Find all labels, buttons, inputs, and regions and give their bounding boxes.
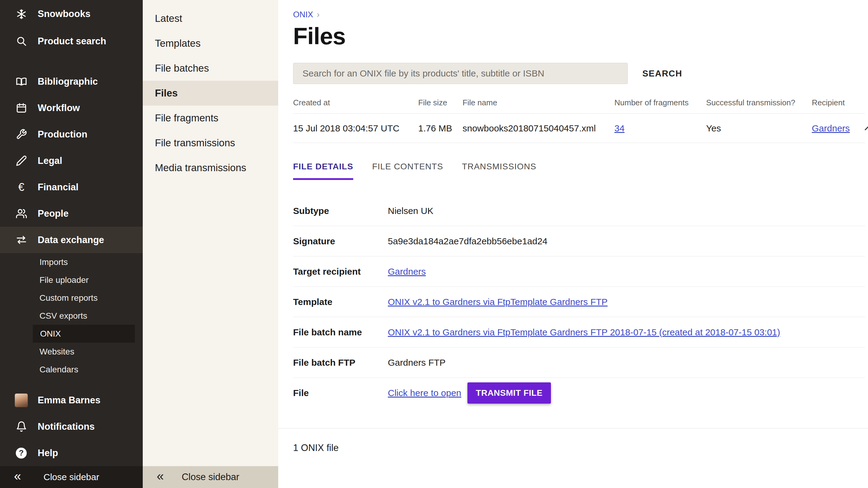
- sidebar-item-notifications[interactable]: Notifications: [0, 413, 143, 440]
- subnav-item-templates[interactable]: Templates: [143, 31, 278, 56]
- sidebar-item-label: Workflow: [38, 103, 80, 113]
- book-icon: [14, 76, 28, 87]
- help-icon: ?: [14, 448, 28, 459]
- sidebar-item-label: Notifications: [38, 421, 95, 432]
- sidebar-item-workflow[interactable]: Workflow: [0, 95, 143, 121]
- sidebar-item-legal[interactable]: Legal: [0, 148, 143, 174]
- tab-file-details[interactable]: FILE DETAILS: [293, 162, 353, 180]
- template-link[interactable]: ONIX v2.1 to Gardners via FtpTemplate Ga…: [388, 297, 608, 307]
- detail-label: Subtype: [293, 206, 388, 216]
- search-bar: SEARCH: [293, 63, 865, 84]
- close-secondary-sidebar-button[interactable]: « Close sidebar: [143, 466, 278, 488]
- chevron-double-left-icon: «: [14, 470, 21, 483]
- detail-label: Template: [293, 297, 388, 307]
- detail-row-file-batch-ftp: File batch FTP Gardners FTP: [293, 348, 865, 378]
- detail-row-target-recipient: Target recipient Gardners: [293, 256, 865, 287]
- collapse-row-button[interactable]: [860, 121, 868, 136]
- detail-label: Signature: [293, 236, 388, 247]
- subnav-item-file-fragments[interactable]: File fragments: [143, 106, 278, 130]
- wrench-icon: [14, 129, 28, 140]
- fragments-count-link[interactable]: 34: [614, 123, 624, 133]
- chevron-double-left-icon: «: [157, 470, 164, 483]
- sidebar-subitem-websites[interactable]: Websites: [0, 343, 143, 361]
- detail-row-signature: Signature 5a9e3da184a2ae7dfa2ebb56ebe1ad…: [293, 226, 865, 256]
- sidebar-subitem-file-uploader[interactable]: File uploader: [0, 271, 143, 289]
- tab-file-contents[interactable]: FILE CONTENTS: [372, 162, 443, 180]
- column-header-number-of-fragments: Number of fragments: [614, 98, 706, 107]
- open-file-link[interactable]: Click here to open: [388, 388, 461, 398]
- sidebar-item-data-exchange[interactable]: Data exchange: [0, 227, 143, 253]
- pen-icon: [14, 155, 28, 166]
- cell-created-at: 15 Jul 2018 03:04:57 UTC: [293, 123, 418, 133]
- subnav-item-file-transmissions[interactable]: File transmissions: [143, 130, 278, 155]
- sidebar-item-label: Legal: [38, 155, 62, 166]
- column-header-recipient: Recipient: [812, 98, 857, 107]
- detail-row-file: File Click here to open TRANSMIT FILE: [293, 378, 865, 408]
- column-header-created-at: Created at: [293, 98, 418, 107]
- sidebar-item-production[interactable]: Production: [0, 121, 143, 148]
- brand-home[interactable]: Snowbooks: [0, 0, 143, 28]
- column-header-file-name: File name: [463, 98, 614, 107]
- detail-value: 5a9e3da184a2ae7dfa2ebb56ebe1ad24: [388, 236, 865, 247]
- chevron-up-icon: [863, 123, 868, 134]
- subnav-item-file-batches[interactable]: File batches: [143, 56, 278, 81]
- cell-file-name: snowbooks20180715040457.xml: [463, 123, 614, 133]
- detail-label: File: [293, 388, 388, 398]
- main-content: ONIX › Files SEARCH Created at File size…: [278, 0, 868, 488]
- search-icon: [14, 35, 28, 47]
- detail-value: Gardners FTP: [388, 358, 865, 368]
- table-header-row: Created at File size File name Number of…: [293, 98, 865, 114]
- bell-icon: [14, 421, 28, 432]
- user-menu[interactable]: Emma Barnes: [0, 387, 143, 413]
- detail-tabs: FILE DETAILS FILE CONTENTS TRANSMISSIONS: [293, 162, 865, 180]
- close-primary-sidebar-button[interactable]: « Close sidebar: [0, 466, 143, 488]
- avatar: [14, 393, 28, 407]
- onix-subnav: Latest Templates File batches Files File…: [143, 6, 278, 180]
- user-name: Emma Barnes: [38, 395, 100, 406]
- column-header-successful-transmission: Successful transmission?: [706, 98, 812, 107]
- close-sidebar-label: Close sidebar: [182, 471, 239, 483]
- target-recipient-link[interactable]: Gardners: [388, 266, 426, 277]
- sidebar-item-bibliographic[interactable]: Bibliographic: [0, 68, 143, 95]
- detail-row-template: Template ONIX v2.1 to Gardners via FtpTe…: [293, 287, 865, 317]
- table-row[interactable]: 15 Jul 2018 03:04:57 UTC 1.76 MB snowboo…: [293, 114, 865, 143]
- file-details-panel: Subtype Nielsen UK Signature 5a9e3da184a…: [293, 196, 865, 408]
- people-icon: [14, 208, 28, 219]
- breadcrumb-link-onix[interactable]: ONIX: [293, 10, 313, 20]
- subnav-item-latest[interactable]: Latest: [143, 6, 278, 31]
- sidebar-subitem-csv-exports[interactable]: CSV exports: [0, 307, 143, 325]
- sidebar-subitem-custom-reports[interactable]: Custom reports: [0, 289, 143, 307]
- sidebar-item-label: People: [38, 208, 69, 219]
- search-input[interactable]: [293, 63, 628, 84]
- sidebar-item-label: Data exchange: [38, 235, 104, 246]
- search-button[interactable]: SEARCH: [641, 68, 684, 79]
- sidebar-spacer: [0, 54, 143, 68]
- primary-nav: Bibliographic Workflow Production: [0, 68, 143, 253]
- detail-row-file-batch-name: File batch name ONIX v2.1 to Gardners vi…: [293, 317, 865, 348]
- sidebar-item-financial[interactable]: € Financial: [0, 174, 143, 200]
- exchange-icon: [14, 234, 28, 246]
- data-exchange-submenu: Imports File uploader Custom reports CSV…: [0, 253, 143, 379]
- close-sidebar-label: Close sidebar: [43, 472, 99, 482]
- subnav-item-files[interactable]: Files: [143, 81, 278, 106]
- primary-sidebar: Snowbooks Product search Bibliographic: [0, 0, 143, 488]
- file-batch-link[interactable]: ONIX v2.1 to Gardners via FtpTemplate Ga…: [388, 327, 780, 337]
- column-header-file-size: File size: [418, 98, 463, 107]
- sidebar-subitem-calendars[interactable]: Calendars: [0, 361, 143, 379]
- tab-transmissions[interactable]: TRANSMISSIONS: [462, 162, 536, 180]
- sidebar-subitem-imports[interactable]: Imports: [0, 253, 143, 271]
- cell-successful-transmission: Yes: [706, 123, 812, 133]
- sidebar-bottom: Emma Barnes Notifications ? Help: [0, 387, 143, 466]
- sidebar-item-help[interactable]: ? Help: [0, 440, 143, 466]
- transmit-file-button[interactable]: TRANSMIT FILE: [467, 382, 551, 403]
- subnav-item-media-transmissions[interactable]: Media transmissions: [143, 155, 278, 180]
- recipient-link[interactable]: Gardners: [812, 123, 850, 133]
- sidebar-item-label: Help: [38, 448, 58, 459]
- sidebar-subitem-onix[interactable]: ONIX: [33, 325, 135, 343]
- breadcrumb-chevron-icon: ›: [317, 10, 319, 20]
- breadcrumb: ONIX ›: [293, 10, 865, 20]
- sidebar-item-people[interactable]: People: [0, 200, 143, 227]
- secondary-sidebar: Latest Templates File batches Files File…: [143, 0, 278, 488]
- product-search[interactable]: Product search: [0, 28, 143, 54]
- page-title: Files: [293, 23, 865, 50]
